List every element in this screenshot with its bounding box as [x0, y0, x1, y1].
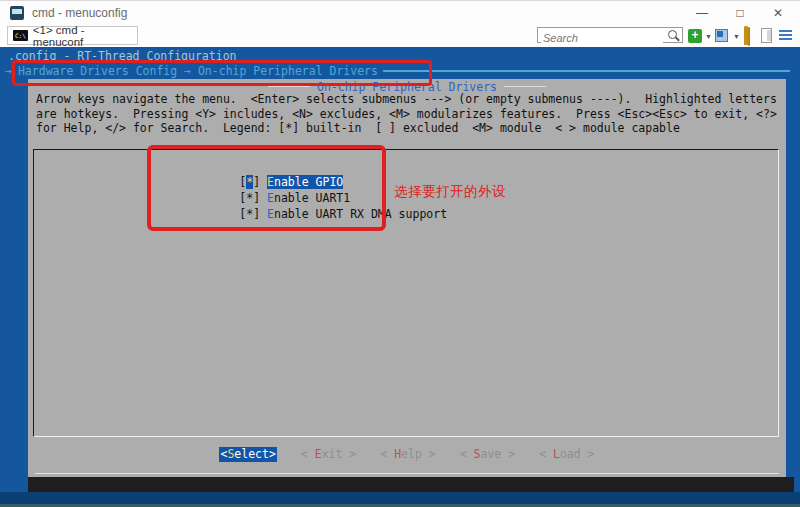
breadcrumb: → Hardware Drivers Config → On-chip Peri… [5, 63, 790, 78]
hamburger-menu-icon[interactable] [779, 30, 792, 42]
app-window: cmd - menuconfig — □ ✕ C:\ <1> cmd - men… [0, 0, 800, 507]
instruction-line: are hotkeys. Pressing <Y> includes, <N> … [36, 107, 777, 122]
console-switch-dropdown-icon[interactable]: ▼ [733, 33, 740, 40]
new-console-button[interactable]: + [688, 29, 702, 43]
load-button[interactable]: < Load > [539, 447, 594, 462]
search-icon [668, 30, 677, 39]
dialog-buttons: <Select> < Exit > < Help > < Save > < Lo… [28, 447, 786, 462]
tab-bar: C:\ <1> cmd - menuconf + ▼ ▼ [0, 25, 800, 47]
window-title: cmd - menuconfig [32, 6, 127, 20]
tab-label: <1> cmd - menuconf [33, 24, 137, 48]
console-unpainted-row [28, 477, 794, 492]
help-button[interactable]: < Help > [380, 447, 435, 462]
console-app-icon [10, 6, 24, 20]
dialog-bottom-rule [35, 473, 779, 474]
instruction-line: Arrow keys navigate the menu. <Enter> se… [36, 92, 777, 107]
instructions: Arrow keys navigate the menu. <Enter> se… [36, 92, 777, 136]
title-bar: cmd - menuconfig — □ ✕ [0, 1, 800, 25]
breadcrumb-path: Hardware Drivers Config → On-chip Periph… [18, 64, 378, 78]
search-box [537, 27, 683, 43]
menuconfig-dialog: On-chip Peripheral Drivers Arrow keys na… [28, 79, 786, 477]
breadcrumb-arrow: → [5, 64, 12, 78]
breadcrumb-rule [383, 70, 790, 72]
minimize-button[interactable]: — [684, 1, 720, 25]
exit-button[interactable]: < Exit > [301, 447, 356, 462]
instruction-line: for Help, </> for Search. Legend: [*] bu… [36, 121, 777, 136]
annotation-text: 选择要打开的外设 [394, 183, 506, 201]
cmd-icon: C:\ [13, 30, 28, 41]
scrollback-icon[interactable] [761, 28, 772, 43]
close-button[interactable]: ✕ [760, 1, 796, 25]
title-rule-right [504, 86, 546, 87]
tab-cmd-menuconfig[interactable]: C:\ <1> cmd - menuconf [7, 26, 138, 45]
checkbox-bracket: ] [253, 207, 260, 221]
console-switch-icon[interactable] [715, 29, 728, 42]
select-button[interactable]: <Select> [219, 447, 276, 462]
save-button[interactable]: < Save > [460, 447, 515, 462]
lock-icon[interactable] [744, 28, 757, 43]
maximize-button[interactable]: □ [722, 1, 758, 25]
new-console-dropdown-icon[interactable]: ▼ [705, 33, 712, 40]
menu-item-enable-gpio[interactable]: [*]Enable GPIO [170, 158, 343, 174]
search-input[interactable] [541, 31, 663, 45]
terminal: .config - RT-Thread Configuration → Hard… [0, 47, 800, 492]
title-rule-left [268, 86, 310, 87]
window-frame-bottom [0, 492, 800, 504]
menu-item-label: Enable UART RX DMA support [267, 207, 447, 221]
menu-item-enable-uart1[interactable]: [*]Enable UART1 [170, 174, 350, 190]
config-header: .config - RT-Thread Configuration [8, 49, 236, 63]
